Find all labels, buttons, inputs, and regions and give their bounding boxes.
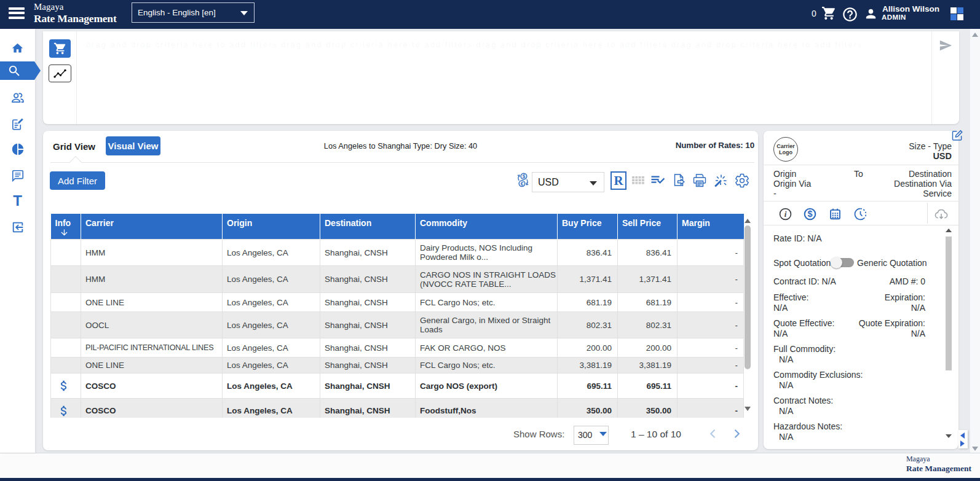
svg-text:i: i <box>784 209 787 219</box>
svg-text:€: € <box>521 181 524 187</box>
svg-text:$: $ <box>807 209 812 219</box>
svg-text:$: $ <box>523 173 526 179</box>
